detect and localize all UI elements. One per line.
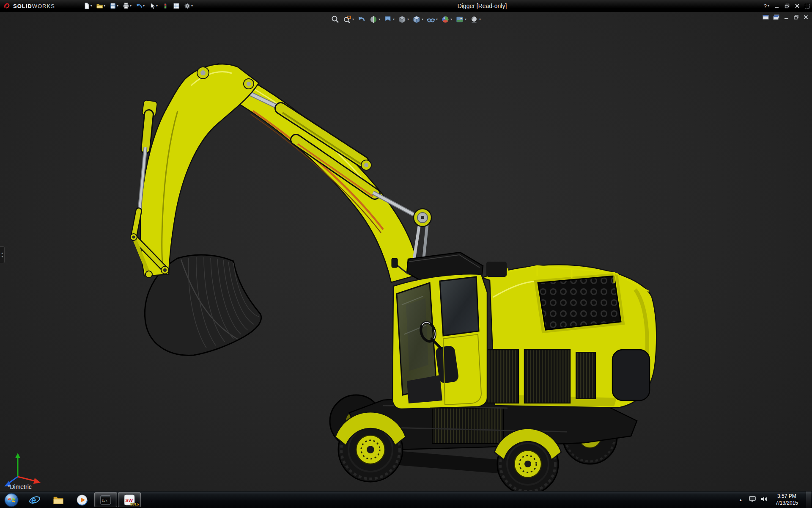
minimize-icon bbox=[774, 3, 779, 8]
dropdown-caret-icon[interactable]: ▾ bbox=[143, 4, 145, 8]
taskbar-solidworks-button[interactable]: SW 2015 bbox=[118, 492, 141, 507]
engine-grille[interactable] bbox=[535, 274, 623, 332]
dropdown-caret-icon[interactable]: ▾ bbox=[422, 18, 423, 21]
close-button[interactable] bbox=[795, 3, 800, 8]
display-settings-tray-icon[interactable] bbox=[749, 496, 756, 504]
dropdown-caret-icon[interactable]: ▾ bbox=[352, 18, 354, 21]
collapse-arrow-icon: ◂ bbox=[1, 251, 3, 255]
undo-button[interactable]: ▾ bbox=[134, 1, 146, 11]
print-icon bbox=[123, 3, 129, 9]
taskbar-internet-explorer-button[interactable]: e bbox=[23, 492, 46, 507]
dropdown-caret-icon[interactable]: ▾ bbox=[479, 18, 481, 21]
annotation-views-icon bbox=[384, 15, 392, 24]
open-folder-icon bbox=[96, 3, 103, 9]
fullscreen-toggle-button[interactable] bbox=[805, 4, 809, 8]
dropdown-caret-icon[interactable]: ▾ bbox=[91, 4, 92, 8]
doc-restore-button[interactable] bbox=[793, 14, 799, 20]
dropdown-caret-icon[interactable]: ▾ bbox=[465, 18, 466, 21]
restore-icon bbox=[785, 3, 790, 8]
zoom-to-fit-button[interactable] bbox=[330, 14, 341, 25]
titlebar-toolbar: ▾ ▾ ▾ ▾ ▾ bbox=[82, 1, 194, 11]
section-view-icon bbox=[369, 15, 378, 24]
save-button[interactable]: ▾ bbox=[108, 1, 120, 11]
graphics-viewport[interactable]: ▾ ▾ ▾ ▾ bbox=[0, 12, 812, 491]
taskbar-media-player-button[interactable] bbox=[71, 492, 93, 507]
select-button[interactable]: ▾ bbox=[148, 1, 159, 11]
fullscreen-icon bbox=[805, 4, 809, 8]
dropdown-caret-icon[interactable]: ▾ bbox=[191, 4, 193, 8]
annotation-views-button[interactable]: ▾ bbox=[382, 14, 396, 25]
document-window-controls bbox=[763, 14, 809, 20]
hide-show-glasses-icon bbox=[427, 15, 435, 24]
view-orientation-label: *Dimetric bbox=[8, 483, 32, 490]
start-button[interactable] bbox=[0, 491, 23, 508]
display-style-icon bbox=[412, 15, 421, 24]
media-player-icon bbox=[76, 494, 88, 506]
dassault-logo-icon bbox=[3, 2, 11, 10]
minimize-button[interactable] bbox=[774, 3, 779, 8]
dropdown-caret-icon[interactable]: ▾ bbox=[130, 4, 132, 8]
solidworks-version-badge: 2015 bbox=[130, 502, 139, 506]
dropdown-caret-icon[interactable]: ▾ bbox=[393, 18, 395, 21]
folder-icon bbox=[52, 494, 64, 506]
new-document-icon bbox=[83, 3, 90, 9]
hide-show-items-button[interactable]: ▾ bbox=[425, 14, 439, 25]
tray-clock[interactable]: 3:57 PM 7/13/2015 bbox=[772, 493, 801, 506]
feature-tree-collapse-handle[interactable]: ◂ ◂ bbox=[0, 246, 5, 263]
new-document-button[interactable]: ▾ bbox=[82, 1, 93, 11]
dropdown-caret-icon[interactable]: ▾ bbox=[379, 18, 380, 21]
boom-pivot-pin[interactable] bbox=[414, 209, 431, 226]
new-window-button[interactable] bbox=[763, 14, 769, 20]
close-icon bbox=[795, 3, 800, 8]
dropdown-caret-icon[interactable]: ▾ bbox=[436, 18, 438, 21]
show-desktop-button[interactable] bbox=[806, 491, 811, 508]
cascade-window-button[interactable] bbox=[773, 14, 779, 20]
options-button[interactable]: ▾ bbox=[183, 1, 194, 11]
tray-time: 3:57 PM bbox=[776, 493, 798, 500]
display-style-button[interactable]: ▾ bbox=[411, 14, 425, 25]
mirror bbox=[392, 258, 398, 268]
doc-minimize-button[interactable] bbox=[784, 14, 789, 20]
zoom-to-area-icon bbox=[343, 15, 351, 24]
brand-text: SOLIDWORKS bbox=[13, 3, 55, 9]
side-window bbox=[440, 277, 479, 336]
command-prompt-icon: C:\ bbox=[100, 495, 111, 505]
view-orientation-button[interactable]: ▾ bbox=[397, 14, 410, 25]
rebuild-button[interactable] bbox=[161, 1, 170, 11]
view-settings-button[interactable]: ▾ bbox=[469, 14, 482, 25]
dropdown-caret-icon[interactable]: ▾ bbox=[104, 4, 105, 8]
dropdown-caret-icon[interactable]: ▾ bbox=[768, 4, 769, 8]
select-cursor-icon bbox=[149, 3, 156, 9]
apply-scene-button[interactable]: ▾ bbox=[454, 14, 468, 25]
headsup-toolbar: ▾ ▾ ▾ ▾ bbox=[330, 14, 482, 25]
deck-box bbox=[486, 262, 507, 277]
stick[interactable] bbox=[140, 64, 259, 276]
open-button[interactable]: ▾ bbox=[95, 1, 107, 11]
brand-solid: SOLID bbox=[13, 3, 32, 9]
dropdown-caret-icon[interactable]: ▾ bbox=[117, 4, 118, 8]
view-orientation-cube-icon bbox=[398, 15, 406, 24]
edit-appearance-button[interactable]: ▾ bbox=[440, 14, 453, 25]
rebuild-stoplight-icon bbox=[162, 3, 169, 9]
zoom-to-area-button[interactable]: ▾ bbox=[342, 14, 355, 25]
previous-view-button[interactable] bbox=[356, 14, 367, 25]
help-button[interactable]: ?▾ bbox=[764, 3, 769, 9]
help-label: ? bbox=[764, 3, 767, 9]
x-axis bbox=[18, 477, 36, 481]
section-view-button[interactable]: ▾ bbox=[368, 14, 381, 25]
print-button[interactable]: ▾ bbox=[121, 1, 133, 11]
excavator-model[interactable] bbox=[0, 12, 812, 491]
show-hidden-icons-button[interactable]: ▲ bbox=[737, 498, 744, 502]
taskbar-command-prompt-button[interactable]: C:\ bbox=[94, 492, 117, 507]
internet-explorer-icon: e bbox=[29, 494, 41, 506]
file-properties-icon bbox=[173, 3, 180, 9]
brand-works: WORKS bbox=[32, 3, 55, 9]
volume-tray-icon[interactable] bbox=[760, 496, 768, 504]
taskbar-file-explorer-button[interactable] bbox=[47, 492, 70, 507]
restore-button[interactable] bbox=[785, 3, 790, 8]
dropdown-caret-icon[interactable]: ▾ bbox=[407, 18, 409, 21]
file-properties-button[interactable] bbox=[172, 1, 181, 11]
dropdown-caret-icon[interactable]: ▾ bbox=[156, 4, 158, 8]
dropdown-caret-icon[interactable]: ▾ bbox=[450, 18, 452, 21]
doc-close-button[interactable] bbox=[803, 14, 809, 20]
